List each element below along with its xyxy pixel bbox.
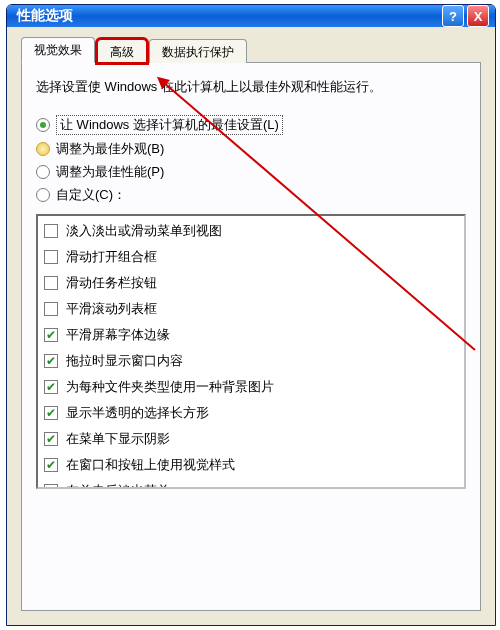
tab-label: 数据执行保护 <box>162 45 234 59</box>
title-bar[interactable]: 性能选项 ? X <box>7 5 495 27</box>
tab-visual-effects[interactable]: 视觉效果 <box>21 37 95 63</box>
checkbox-icon[interactable] <box>44 224 58 238</box>
window-title: 性能选项 <box>17 7 439 25</box>
checkbox-icon[interactable] <box>44 458 58 472</box>
radio-label: 自定义(C)： <box>56 186 126 204</box>
list-item[interactable]: 滑动任务栏按钮 <box>40 270 462 296</box>
checkbox-icon[interactable] <box>44 432 58 446</box>
list-item-label: 显示半透明的选择长方形 <box>66 402 209 424</box>
list-item[interactable]: 淡入淡出或滑动菜单到视图 <box>40 218 462 244</box>
list-item[interactable]: 在菜单下显示阴影 <box>40 426 462 452</box>
list-item[interactable]: 在单击后淡出菜单 <box>40 478 462 488</box>
checkbox-icon[interactable] <box>44 328 58 342</box>
checkbox-icon[interactable] <box>44 380 58 394</box>
list-item[interactable]: 拖拉时显示窗口内容 <box>40 348 462 374</box>
radio-let-windows[interactable]: 让 Windows 选择计算机的最佳设置(L) <box>36 115 466 135</box>
client-area: 视觉效果 高级 数据执行保护 选择设置使 Windows 在此计算机上以最佳外观… <box>7 27 495 625</box>
radio-label: 调整为最佳性能(P) <box>56 163 164 181</box>
checkbox-icon[interactable] <box>44 406 58 420</box>
help-button[interactable]: ? <box>442 5 464 27</box>
effects-listbox[interactable]: 淡入淡出或滑动菜单到视图滑动打开组合框滑动任务栏按钮平滑滚动列表框平滑屏幕字体边… <box>36 214 466 489</box>
tab-panel-visual-effects: 选择设置使 Windows 在此计算机上以最佳外观和性能运行。 让 Window… <box>21 63 481 611</box>
radio-best-performance[interactable]: 调整为最佳性能(P) <box>36 163 466 181</box>
radio-group: 让 Windows 选择计算机的最佳设置(L) 调整为最佳外观(B) 调整为最佳… <box>36 115 466 204</box>
list-item[interactable]: 显示半透明的选择长方形 <box>40 400 462 426</box>
list-item-label: 淡入淡出或滑动菜单到视图 <box>66 220 222 242</box>
list-item-label: 拖拉时显示窗口内容 <box>66 350 183 372</box>
dialog-window: 性能选项 ? X 视觉效果 高级 数据执行保护 选择设置使 Windows 在此… <box>6 4 496 626</box>
radio-best-appearance[interactable]: 调整为最佳外观(B) <box>36 140 466 158</box>
list-item-label: 平滑滚动列表框 <box>66 298 157 320</box>
list-item-label: 滑动任务栏按钮 <box>66 272 157 294</box>
radio-icon <box>36 142 50 156</box>
tab-advanced[interactable]: 高级 <box>97 39 147 63</box>
help-icon: ? <box>449 9 457 24</box>
list-item-label: 在窗口和按钮上使用视觉样式 <box>66 454 235 476</box>
list-item[interactable]: 滑动打开组合框 <box>40 244 462 270</box>
list-item-label: 为每种文件夹类型使用一种背景图片 <box>66 376 274 398</box>
checkbox-icon[interactable] <box>44 302 58 316</box>
list-item-label: 在菜单下显示阴影 <box>66 428 170 450</box>
radio-custom[interactable]: 自定义(C)： <box>36 186 466 204</box>
tab-label: 高级 <box>110 45 134 59</box>
close-button[interactable]: X <box>467 5 489 27</box>
radio-icon <box>36 188 50 202</box>
list-item[interactable]: 平滑滚动列表框 <box>40 296 462 322</box>
radio-icon <box>36 118 50 132</box>
list-item-label: 平滑屏幕字体边缘 <box>66 324 170 346</box>
tab-label: 视觉效果 <box>34 43 82 57</box>
radio-icon <box>36 165 50 179</box>
radio-label: 调整为最佳外观(B) <box>56 140 164 158</box>
list-item[interactable]: 在窗口和按钮上使用视觉样式 <box>40 452 462 478</box>
list-item[interactable]: 平滑屏幕字体边缘 <box>40 322 462 348</box>
tab-dep[interactable]: 数据执行保护 <box>149 39 247 63</box>
list-item-label: 在单击后淡出菜单 <box>66 480 170 488</box>
checkbox-icon[interactable] <box>44 354 58 368</box>
radio-label: 让 Windows 选择计算机的最佳设置(L) <box>56 115 283 135</box>
checkbox-icon[interactable] <box>44 276 58 290</box>
list-item-label: 滑动打开组合框 <box>66 246 157 268</box>
close-icon: X <box>474 9 483 24</box>
tab-strip: 视觉效果 高级 数据执行保护 <box>21 37 481 63</box>
checkbox-icon[interactable] <box>44 484 58 488</box>
description-text: 选择设置使 Windows 在此计算机上以最佳外观和性能运行。 <box>36 77 466 97</box>
list-item[interactable]: 为每种文件夹类型使用一种背景图片 <box>40 374 462 400</box>
checkbox-icon[interactable] <box>44 250 58 264</box>
